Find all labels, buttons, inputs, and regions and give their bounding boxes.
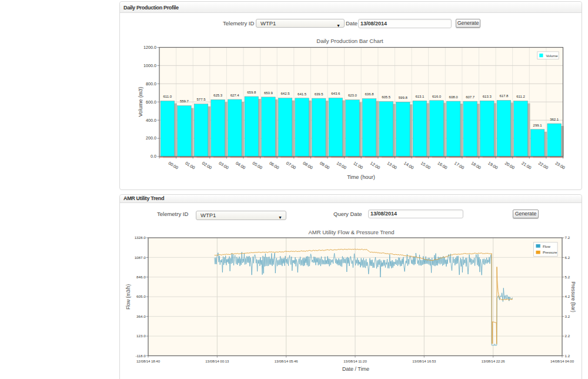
svg-text:-118.0: -118.0 <box>136 354 146 358</box>
svg-text:577.5: 577.5 <box>196 98 206 101</box>
svg-text:362.1: 362.1 <box>550 118 559 121</box>
svg-text:Time (hour): Time (hour) <box>347 174 375 180</box>
svg-text:00:00: 00:00 <box>168 160 179 170</box>
svg-text:299.1: 299.1 <box>533 124 543 127</box>
svg-text:642.5: 642.5 <box>280 92 290 95</box>
svg-text:05:00: 05:00 <box>252 160 263 170</box>
svg-text:13/08/14 16:53: 13/08/14 16:53 <box>412 360 436 363</box>
svg-text:12:00: 12:00 <box>369 160 381 170</box>
svg-text:600.0: 600.0 <box>146 99 156 105</box>
svg-text:6.2: 6.2 <box>565 255 570 260</box>
svg-text:599.8: 599.8 <box>399 96 408 99</box>
svg-text:4.2: 4.2 <box>565 294 570 298</box>
svg-text:23:00: 23:00 <box>554 160 566 170</box>
svg-text:10:00: 10:00 <box>336 160 348 170</box>
svg-text:08:00: 08:00 <box>302 160 314 170</box>
svg-text:653.9: 653.9 <box>264 91 273 95</box>
svg-text:613.3: 613.3 <box>483 95 492 98</box>
svg-text:14/08/14 04:00: 14/08/14 04:00 <box>550 360 574 363</box>
svg-text:1087.0: 1087.0 <box>135 255 146 260</box>
svg-text:364.0: 364.0 <box>136 314 146 318</box>
svg-text:07:00: 07:00 <box>285 160 297 170</box>
svg-text:Date / Time: Date / Time <box>342 366 369 372</box>
svg-text:613.1: 613.1 <box>415 95 425 98</box>
svg-text:11:00: 11:00 <box>352 160 364 170</box>
svg-text:1.2: 1.2 <box>565 354 570 358</box>
svg-text:608.0: 608.0 <box>449 95 459 99</box>
svg-text:611.0: 611.0 <box>163 95 172 98</box>
svg-text:14:00: 14:00 <box>403 160 415 170</box>
svg-text:AMR Utility Flow & Pressure Tr: AMR Utility Flow & Pressure Trend <box>308 229 394 235</box>
svg-text:636.8: 636.8 <box>365 92 374 96</box>
svg-text:12/08/14 18:40: 12/08/14 18:40 <box>136 360 161 363</box>
svg-text:641.5: 641.5 <box>298 92 307 96</box>
svg-text:17:00: 17:00 <box>453 160 465 170</box>
svg-text:200.0: 200.0 <box>146 135 156 141</box>
svg-text:607.7: 607.7 <box>466 95 475 99</box>
svg-text:15:00: 15:00 <box>420 160 432 170</box>
svg-text:123.0: 123.0 <box>136 334 146 338</box>
svg-text:623.0: 623.0 <box>348 94 358 97</box>
svg-text:19:00: 19:00 <box>487 160 499 170</box>
svg-text:22:00: 22:00 <box>537 160 549 170</box>
svg-text:605.5: 605.5 <box>382 95 391 99</box>
svg-text:Pressure (bar): Pressure (bar) <box>570 281 576 312</box>
svg-text:1200.0: 1200.0 <box>143 45 156 50</box>
svg-text:0.0: 0.0 <box>151 154 156 159</box>
svg-text:800.0: 800.0 <box>146 81 156 87</box>
svg-text:643.6: 643.6 <box>331 92 340 95</box>
svg-text:01:00: 01:00 <box>184 160 196 170</box>
svg-text:846.0: 846.0 <box>136 275 146 279</box>
svg-text:13/08/14 05:46: 13/08/14 05:46 <box>275 360 299 363</box>
svg-text:559.7: 559.7 <box>180 99 189 103</box>
svg-text:20:00: 20:00 <box>504 160 516 170</box>
svg-text:13/08/14 22:26: 13/08/14 22:26 <box>482 360 506 363</box>
svg-text:625.3: 625.3 <box>213 94 223 97</box>
svg-text:13/08/14 00:13: 13/08/14 00:13 <box>205 360 229 363</box>
svg-text:7.2: 7.2 <box>565 235 570 240</box>
svg-text:639.5: 639.5 <box>315 92 324 96</box>
svg-text:Pressure: Pressure <box>543 250 557 254</box>
svg-text:21:00: 21:00 <box>520 160 532 170</box>
svg-text:617.8: 617.8 <box>499 94 509 98</box>
svg-text:Volume: Volume <box>546 54 558 58</box>
svg-text:06:00: 06:00 <box>268 160 280 170</box>
svg-text:2.2: 2.2 <box>565 334 570 338</box>
svg-text:Daily Production Bar Chart: Daily Production Bar Chart <box>316 38 383 44</box>
svg-text:Flow (m3/h): Flow (m3/h) <box>126 284 131 310</box>
svg-text:09:00: 09:00 <box>319 160 330 170</box>
svg-text:1000.0: 1000.0 <box>143 63 156 68</box>
svg-text:13:00: 13:00 <box>386 160 398 170</box>
svg-text:1328.0: 1328.0 <box>135 235 146 240</box>
svg-text:Flow: Flow <box>543 244 550 248</box>
svg-text:13/08/14 11:20: 13/08/14 11:20 <box>343 360 367 363</box>
svg-text:611.2: 611.2 <box>516 95 525 98</box>
svg-text:04:00: 04:00 <box>235 160 246 170</box>
svg-text:18:00: 18:00 <box>470 160 482 170</box>
svg-text:400.0: 400.0 <box>146 118 156 123</box>
svg-text:659.8: 659.8 <box>247 91 256 94</box>
svg-text:Volume (m3): Volume (m3) <box>138 87 143 117</box>
svg-text:5.2: 5.2 <box>565 275 570 279</box>
svg-text:3.2: 3.2 <box>565 314 570 318</box>
svg-text:627.4: 627.4 <box>230 94 240 97</box>
svg-text:16:00: 16:00 <box>436 160 448 170</box>
svg-text:02:00: 02:00 <box>201 160 213 170</box>
svg-text:616.0: 616.0 <box>432 95 442 98</box>
svg-text:03:00: 03:00 <box>218 160 230 170</box>
svg-text:605.0: 605.0 <box>136 294 146 298</box>
